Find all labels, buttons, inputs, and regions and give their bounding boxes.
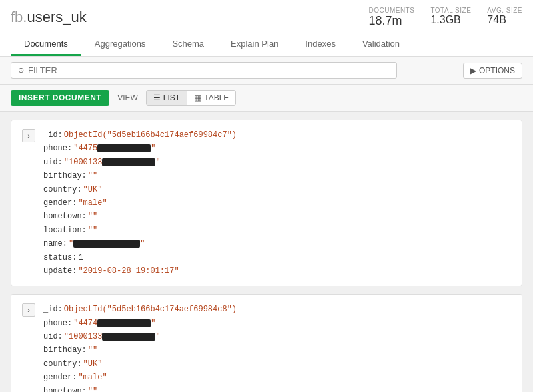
filter-bar: ⊙ bbox=[11, 62, 397, 79]
tab-documents[interactable]: Documents bbox=[11, 33, 81, 56]
tab-bar: Documents Aggregations Schema Explain Pl… bbox=[11, 33, 522, 56]
tab-indexes[interactable]: Indexes bbox=[292, 33, 349, 56]
redacted-value bbox=[73, 240, 140, 248]
field-status: status: 1 bbox=[43, 251, 511, 264]
field-location: location: "" bbox=[43, 224, 511, 237]
document-card: › _id: ObjectId("5d5eb166b4c174aef69984c… bbox=[11, 120, 522, 286]
redacted-value bbox=[102, 333, 155, 341]
field-update: update: "2019-08-28 19:01:17" bbox=[43, 264, 511, 278]
filter-icon: ⊙ bbox=[18, 66, 24, 75]
filter-input[interactable] bbox=[28, 65, 390, 75]
avg-size-value: 74B bbox=[487, 14, 506, 26]
tab-schema[interactable]: Schema bbox=[159, 33, 217, 56]
field-id: _id: ObjectId("5d5eb166b4c174aef69984c7"… bbox=[43, 128, 511, 142]
expand-button[interactable]: › bbox=[22, 129, 35, 142]
field-hometown: hometown: "" bbox=[43, 385, 511, 392]
avg-size-label: AVG. SIZE bbox=[487, 7, 522, 14]
field-country: country: "UK" bbox=[43, 183, 511, 196]
redacted-value bbox=[97, 144, 151, 152]
documents-value: 18.7m bbox=[368, 14, 402, 28]
list-icon: ☰ bbox=[153, 93, 161, 102]
field-gender: gender: "male" bbox=[43, 196, 511, 210]
collection-name: users_uk bbox=[27, 9, 86, 25]
view-toggle: ☰ LIST ▦ TABLE bbox=[146, 90, 236, 106]
field-name: name: " " bbox=[43, 237, 511, 250]
header-top: fb.users_uk DOCUMENTS 18.7m TOTAL SIZE 1… bbox=[11, 7, 522, 33]
list-label: LIST bbox=[163, 93, 180, 102]
stats-bar: DOCUMENTS 18.7m TOTAL SIZE 1.3GB AVG. SI… bbox=[368, 7, 522, 28]
insert-document-button[interactable]: INSERT DOCUMENT bbox=[11, 90, 109, 106]
document-fields: _id: ObjectId("5d5eb166b4c174aef69984c8"… bbox=[43, 303, 511, 392]
documents-label: DOCUMENTS bbox=[368, 7, 414, 14]
documents-stat: DOCUMENTS 18.7m bbox=[368, 7, 414, 28]
db-prefix: fb. bbox=[11, 9, 27, 25]
field-phone: phone: "4474 " bbox=[43, 317, 511, 330]
avg-size-stat: AVG. SIZE 74B bbox=[487, 7, 522, 26]
view-label: VIEW bbox=[117, 93, 138, 102]
expand-button[interactable]: › bbox=[22, 303, 35, 317]
tab-explain-plan[interactable]: Explain Plan bbox=[217, 33, 292, 56]
collection-title: fb.users_uk bbox=[11, 9, 87, 26]
redacted-value bbox=[97, 319, 151, 327]
header: fb.users_uk DOCUMENTS 18.7m TOTAL SIZE 1… bbox=[0, 0, 533, 57]
field-birthday: birthday: "" bbox=[43, 169, 511, 182]
document-fields: _id: ObjectId("5d5eb166b4c174aef69984c7"… bbox=[43, 128, 511, 278]
field-country: country: "UK" bbox=[43, 357, 511, 371]
filter-toolbar: ⊙ ▶ OPTIONS bbox=[0, 57, 533, 85]
field-id: _id: ObjectId("5d5eb166b4c174aef69984c8"… bbox=[43, 303, 511, 316]
options-arrow-icon: ▶ bbox=[470, 66, 476, 75]
total-size-label: TOTAL SIZE bbox=[430, 7, 471, 14]
list-view-button[interactable]: ☰ LIST bbox=[147, 91, 187, 105]
table-label: TABLE bbox=[204, 93, 229, 102]
tab-validation[interactable]: Validation bbox=[349, 33, 413, 56]
total-size-stat: TOTAL SIZE 1.3GB bbox=[430, 7, 471, 26]
field-uid: uid: "1000133 " bbox=[43, 156, 511, 169]
action-bar: INSERT DOCUMENT VIEW ☰ LIST ▦ TABLE bbox=[0, 85, 533, 112]
field-hometown: hometown: "" bbox=[43, 210, 511, 223]
tab-aggregations[interactable]: Aggregations bbox=[81, 33, 159, 56]
table-view-button[interactable]: ▦ TABLE bbox=[187, 91, 235, 105]
options-button[interactable]: ▶ OPTIONS bbox=[463, 63, 522, 79]
redacted-value bbox=[102, 158, 155, 166]
table-icon: ▦ bbox=[194, 93, 201, 102]
field-gender: gender: "male" bbox=[43, 371, 511, 384]
document-card: › _id: ObjectId("5d5eb166b4c174aef69984c… bbox=[11, 294, 522, 392]
field-birthday: birthday: "" bbox=[43, 343, 511, 357]
options-label: OPTIONS bbox=[479, 66, 515, 75]
documents-area: › _id: ObjectId("5d5eb166b4c174aef69984c… bbox=[0, 112, 533, 392]
total-size-value: 1.3GB bbox=[430, 14, 460, 26]
field-uid: uid: "1000133 " bbox=[43, 330, 511, 343]
field-phone: phone: "4475 " bbox=[43, 142, 511, 155]
